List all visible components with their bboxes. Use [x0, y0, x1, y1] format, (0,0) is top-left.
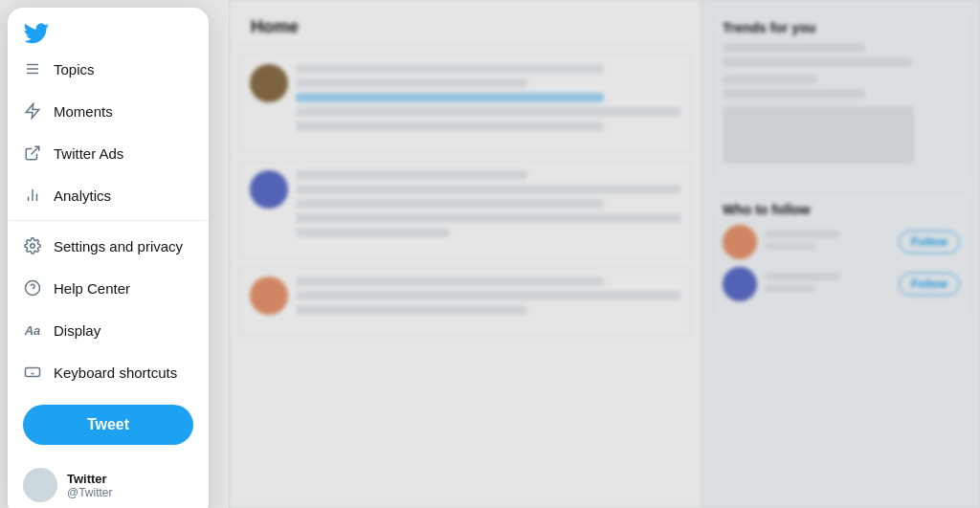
twitter-logo	[8, 15, 209, 48]
menu-item-moments[interactable]: Moments	[8, 90, 209, 132]
menu-user-profile[interactable]: Twitter @Twitter	[8, 456, 209, 508]
svg-point-8	[31, 244, 35, 249]
svg-marker-3	[26, 104, 39, 119]
menu-item-settings[interactable]: Settings and privacy	[8, 225, 209, 267]
svg-line-4	[32, 146, 39, 154]
menu-item-help-label: Help Center	[54, 280, 130, 297]
menu-divider	[8, 220, 209, 221]
twitter-bird-icon	[23, 23, 50, 44]
topics-icon	[23, 59, 42, 78]
tweet-button[interactable]: Tweet	[23, 405, 193, 445]
menu-item-analytics-label: Analytics	[54, 188, 111, 204]
moments-icon	[23, 101, 42, 121]
menu-item-topics-label: Topics	[54, 61, 95, 77]
menu-item-topics[interactable]: Topics	[8, 48, 209, 90]
menu-item-display-label: Display	[54, 322, 100, 339]
menu-item-settings-label: Settings and privacy	[54, 238, 183, 254]
tweet-button-container: Tweet	[8, 393, 209, 453]
dropdown-menu: Topics Moments Twitter Ads Analy	[8, 8, 209, 508]
menu-item-keyboard-label: Keyboard shortcuts	[54, 364, 177, 381]
menu-item-help[interactable]: Help Center	[8, 267, 209, 309]
display-icon: Aa	[23, 320, 42, 340]
menu-user-name: Twitter	[67, 472, 193, 486]
settings-icon	[23, 236, 42, 255]
twitter-ads-icon	[23, 144, 42, 163]
menu-item-keyboard[interactable]: Keyboard shortcuts	[8, 351, 209, 393]
keyboard-icon	[23, 363, 42, 382]
menu-user-avatar	[23, 468, 57, 502]
menu-item-twitter-ads-label: Twitter Ads	[54, 145, 123, 162]
menu-item-analytics[interactable]: Analytics	[8, 174, 209, 216]
analytics-icon	[23, 186, 42, 205]
menu-user-info: Twitter @Twitter	[67, 472, 193, 499]
svg-rect-11	[26, 368, 40, 377]
help-icon	[23, 278, 42, 298]
menu-item-twitter-ads[interactable]: Twitter Ads	[8, 132, 209, 174]
menu-user-handle: @Twitter	[67, 486, 193, 499]
menu-item-moments-label: Moments	[54, 103, 113, 120]
menu-item-display[interactable]: Aa Display	[8, 309, 209, 351]
